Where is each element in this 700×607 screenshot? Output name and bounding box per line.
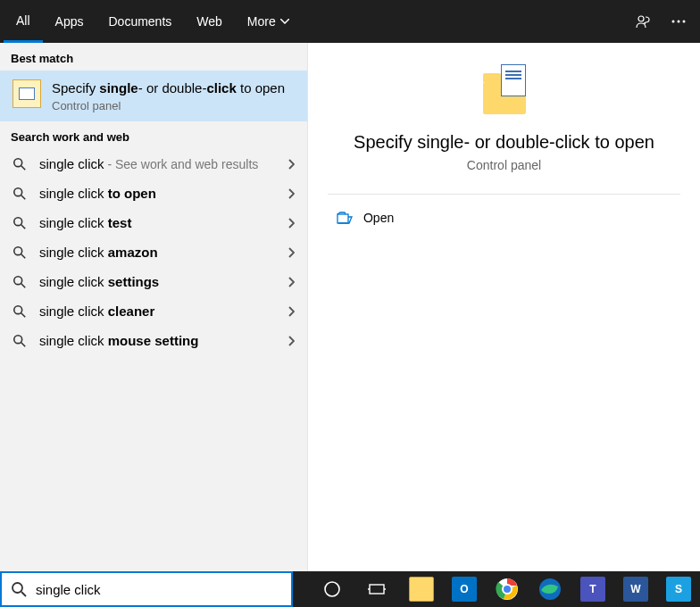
search-icon xyxy=(12,334,27,348)
search-icon xyxy=(12,187,27,201)
taskbar-app-word[interactable]: W xyxy=(614,571,657,607)
suggestion-item[interactable]: single click cleaner xyxy=(0,296,307,326)
tab-documents[interactable]: Documents xyxy=(96,0,184,43)
svg-rect-22 xyxy=(370,585,384,594)
svg-line-7 xyxy=(21,195,25,199)
suggestion-text: single click cleaner xyxy=(39,304,275,319)
search-filter-tabs: All Apps Documents Web More xyxy=(0,0,700,43)
search-icon xyxy=(12,275,27,289)
preview-panel: Specify single- or double-click to open … xyxy=(307,43,700,571)
suggestion-text: single click mouse setting xyxy=(39,333,275,348)
preview-folder-icon xyxy=(483,64,526,114)
taskbar-app-file-explorer[interactable] xyxy=(400,571,443,607)
section-search-web: Search work and web xyxy=(0,121,307,149)
svg-line-17 xyxy=(21,343,25,346)
taskbar-row: OTWS xyxy=(0,571,700,607)
feedback-icon[interactable] xyxy=(625,0,661,43)
preview-title: Specify single- or double-click to open xyxy=(336,132,672,153)
search-icon xyxy=(12,304,27,319)
svg-rect-18 xyxy=(338,214,348,223)
suggestion-text: single click to open xyxy=(39,186,275,201)
svg-point-12 xyxy=(14,277,22,285)
search-icon xyxy=(12,216,27,230)
svg-point-0 xyxy=(638,16,644,21)
control-panel-icon xyxy=(12,79,41,108)
svg-line-13 xyxy=(21,284,25,287)
svg-line-20 xyxy=(21,592,26,596)
search-icon xyxy=(11,581,27,597)
tab-all[interactable]: All xyxy=(4,0,43,43)
chevron-right-icon xyxy=(288,159,295,170)
svg-point-21 xyxy=(325,582,339,596)
best-match-subtitle: Control panel xyxy=(52,99,285,112)
suggestion-item[interactable]: single click settings xyxy=(0,267,307,296)
chevron-right-icon xyxy=(288,188,295,199)
chevron-right-icon xyxy=(288,247,295,258)
svg-point-27 xyxy=(503,585,512,594)
chevron-right-icon xyxy=(288,218,295,229)
results-panel: Best match Specify single- or double-cli… xyxy=(0,43,307,571)
tab-apps[interactable]: Apps xyxy=(43,0,96,43)
suggestion-item[interactable]: single click amazon xyxy=(0,237,307,267)
suggestion-text: single click test xyxy=(39,215,275,230)
suggestion-item[interactable]: single click - See work and web results xyxy=(0,149,307,179)
task-view-button[interactable] xyxy=(355,571,398,607)
chevron-down-icon xyxy=(280,19,289,24)
svg-point-14 xyxy=(14,306,22,314)
action-open-label: Open xyxy=(363,211,394,225)
best-match-title: Specify single- or double-click to open xyxy=(52,79,285,97)
svg-line-9 xyxy=(21,225,25,229)
svg-point-8 xyxy=(14,218,22,226)
taskbar-app-onenote[interactable]: S xyxy=(657,571,700,607)
svg-point-2 xyxy=(678,21,680,23)
chevron-right-icon xyxy=(288,306,295,317)
open-icon xyxy=(337,212,353,224)
svg-line-5 xyxy=(21,166,25,170)
svg-line-15 xyxy=(21,313,25,317)
preview-subtitle: Control panel xyxy=(467,158,541,172)
taskbar-app-teams[interactable]: T xyxy=(571,571,614,607)
suggestion-item[interactable]: single click mouse setting xyxy=(0,326,307,355)
chevron-right-icon xyxy=(288,277,295,287)
more-options-icon[interactable] xyxy=(661,0,696,43)
suggestion-item[interactable]: single click to open xyxy=(0,179,307,208)
taskbar-app-edge[interactable] xyxy=(529,571,571,607)
taskbar: OTWS xyxy=(293,571,700,607)
best-match-result[interactable]: Specify single- or double-click to open … xyxy=(0,71,307,121)
svg-point-16 xyxy=(14,336,22,344)
chevron-right-icon xyxy=(288,336,295,346)
tab-more[interactable]: More xyxy=(235,0,302,43)
suggestion-text: single click amazon xyxy=(39,245,275,260)
svg-point-19 xyxy=(12,583,22,593)
svg-point-4 xyxy=(14,159,22,167)
search-box[interactable] xyxy=(0,571,293,607)
search-icon xyxy=(12,245,27,260)
action-open[interactable]: Open xyxy=(328,204,680,232)
svg-point-3 xyxy=(683,21,686,23)
tab-web[interactable]: Web xyxy=(184,0,235,43)
svg-point-6 xyxy=(14,188,22,196)
cortana-button[interactable] xyxy=(311,571,354,607)
suggestion-text: single click settings xyxy=(39,274,275,289)
divider xyxy=(328,194,680,195)
section-best-match: Best match xyxy=(0,43,307,71)
search-input[interactable] xyxy=(36,582,282,597)
svg-point-10 xyxy=(14,247,22,255)
taskbar-app-outlook[interactable]: O xyxy=(443,571,486,607)
taskbar-app-chrome[interactable] xyxy=(486,571,529,607)
search-icon xyxy=(12,157,27,171)
svg-line-11 xyxy=(21,254,25,258)
suggestion-item[interactable]: single click test xyxy=(0,208,307,237)
suggestion-text: single click - See work and web results xyxy=(39,156,275,171)
svg-point-1 xyxy=(672,21,675,23)
